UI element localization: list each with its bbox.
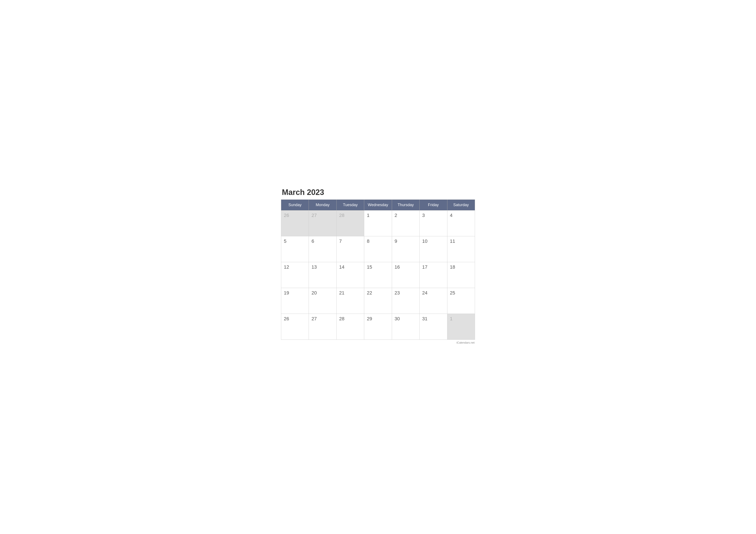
column-header-saturday: Saturday bbox=[447, 199, 475, 210]
column-header-tuesday: Tuesday bbox=[337, 199, 364, 210]
week-row-2: 12131415161718 bbox=[281, 262, 475, 288]
day-cell[interactable]: 20 bbox=[309, 288, 337, 314]
day-cell[interactable]: 27 bbox=[309, 314, 337, 340]
day-cell[interactable]: 23 bbox=[392, 288, 419, 314]
day-cell[interactable]: 26 bbox=[281, 314, 309, 340]
column-header-thursday: Thursday bbox=[392, 199, 419, 210]
day-cell[interactable]: 1 bbox=[447, 314, 475, 340]
day-cell[interactable]: 11 bbox=[447, 236, 475, 262]
watermark: iCalendars.net bbox=[281, 341, 475, 344]
day-cell[interactable]: 27 bbox=[309, 210, 337, 236]
header-row: SundayMondayTuesdayWednesdayThursdayFrid… bbox=[281, 199, 475, 210]
column-header-monday: Monday bbox=[309, 199, 337, 210]
day-cell[interactable]: 3 bbox=[419, 210, 447, 236]
day-cell[interactable]: 28 bbox=[337, 210, 364, 236]
day-cell[interactable]: 29 bbox=[364, 314, 392, 340]
day-cell[interactable]: 15 bbox=[364, 262, 392, 288]
week-row-1: 567891011 bbox=[281, 236, 475, 262]
week-row-3: 19202122232425 bbox=[281, 288, 475, 314]
column-header-friday: Friday bbox=[419, 199, 447, 210]
day-cell[interactable]: 31 bbox=[419, 314, 447, 340]
calendar-title: March 2023 bbox=[281, 188, 475, 197]
day-cell[interactable]: 26 bbox=[281, 210, 309, 236]
column-header-sunday: Sunday bbox=[281, 199, 309, 210]
day-cell[interactable]: 10 bbox=[419, 236, 447, 262]
day-cell[interactable]: 6 bbox=[309, 236, 337, 262]
day-cell[interactable]: 18 bbox=[447, 262, 475, 288]
day-cell[interactable]: 30 bbox=[392, 314, 419, 340]
day-cell[interactable]: 16 bbox=[392, 262, 419, 288]
calendar-table: SundayMondayTuesdayWednesdayThursdayFrid… bbox=[281, 199, 475, 340]
calendar-body: 2627281234567891011121314151617181920212… bbox=[281, 210, 475, 340]
day-cell[interactable]: 12 bbox=[281, 262, 309, 288]
day-cell[interactable]: 24 bbox=[419, 288, 447, 314]
day-cell[interactable]: 8 bbox=[364, 236, 392, 262]
day-cell[interactable]: 5 bbox=[281, 236, 309, 262]
day-cell[interactable]: 19 bbox=[281, 288, 309, 314]
day-cell[interactable]: 7 bbox=[337, 236, 364, 262]
day-cell[interactable]: 13 bbox=[309, 262, 337, 288]
day-cell[interactable]: 28 bbox=[337, 314, 364, 340]
day-cell[interactable]: 22 bbox=[364, 288, 392, 314]
day-cell[interactable]: 2 bbox=[392, 210, 419, 236]
week-row-0: 2627281234 bbox=[281, 210, 475, 236]
day-cell[interactable]: 4 bbox=[447, 210, 475, 236]
day-cell[interactable]: 17 bbox=[419, 262, 447, 288]
day-cell[interactable]: 14 bbox=[337, 262, 364, 288]
column-header-wednesday: Wednesday bbox=[364, 199, 392, 210]
day-cell[interactable]: 9 bbox=[392, 236, 419, 262]
day-cell[interactable]: 25 bbox=[447, 288, 475, 314]
day-cell[interactable]: 21 bbox=[337, 288, 364, 314]
week-row-4: 2627282930311 bbox=[281, 314, 475, 340]
calendar-container: March 2023 SundayMondayTuesdayWednesdayT… bbox=[275, 181, 481, 353]
day-cell[interactable]: 1 bbox=[364, 210, 392, 236]
